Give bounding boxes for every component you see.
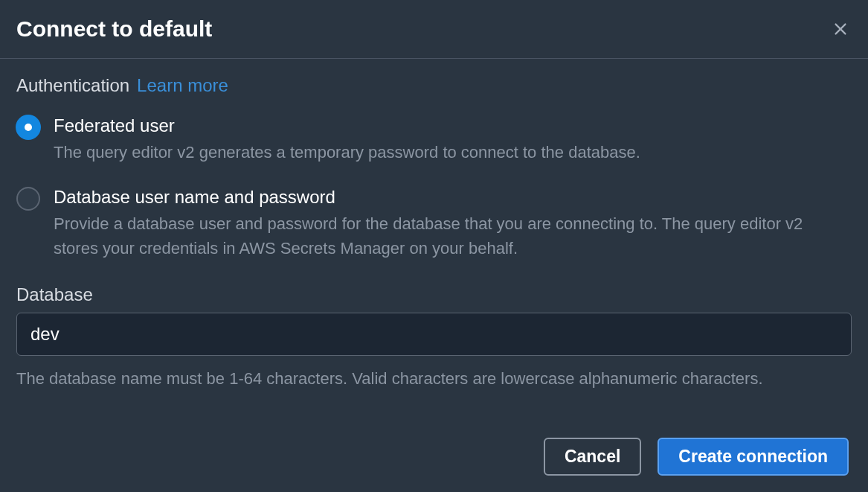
- create-connection-button[interactable]: Create connection: [658, 438, 849, 476]
- learn-more-link[interactable]: Learn more: [137, 75, 228, 96]
- radio-control[interactable]: [16, 115, 40, 139]
- radio-label: Database user name and password: [54, 185, 852, 208]
- dialog-body: Authentication Learn more Federated user…: [0, 59, 868, 421]
- radio-description: Provide a database user and password for…: [54, 211, 852, 261]
- connect-dialog: Connect to default Authentication Learn …: [0, 0, 868, 492]
- radio-control[interactable]: [16, 187, 40, 211]
- radio-option-db-user-password[interactable]: Database user name and password Provide …: [16, 185, 852, 261]
- dialog-footer: Cancel Create connection: [0, 421, 868, 492]
- database-label: Database: [16, 284, 852, 305]
- radio-option-federated-user[interactable]: Federated user The query editor v2 gener…: [16, 114, 852, 164]
- radio-label: Federated user: [54, 114, 852, 137]
- dialog-header: Connect to default: [0, 0, 868, 59]
- radio-text: Database user name and password Provide …: [54, 185, 852, 261]
- database-hint: The database name must be 1-64 character…: [16, 366, 852, 392]
- auth-header-row: Authentication Learn more: [16, 75, 852, 96]
- database-input[interactable]: [16, 313, 852, 356]
- dialog-title: Connect to default: [16, 16, 212, 42]
- auth-radio-group: Federated user The query editor v2 gener…: [16, 114, 852, 261]
- database-field-group: Database The database name must be 1-64 …: [16, 284, 852, 392]
- radio-text: Federated user The query editor v2 gener…: [54, 114, 852, 164]
- close-button[interactable]: [829, 18, 852, 40]
- auth-label: Authentication: [16, 75, 129, 96]
- close-icon: [832, 21, 849, 37]
- cancel-button[interactable]: Cancel: [544, 438, 641, 476]
- radio-description: The query editor v2 generates a temporar…: [54, 140, 852, 164]
